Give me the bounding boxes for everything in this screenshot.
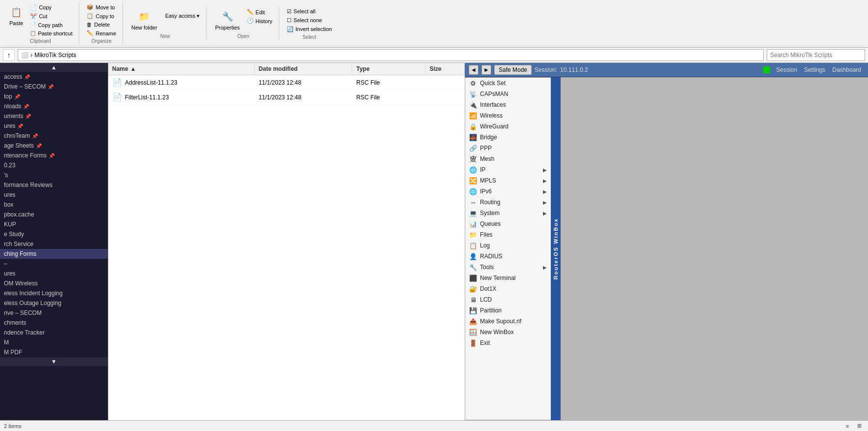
paste-shortcut-button[interactable]: 📋 Paste shortcut: [28, 30, 75, 37]
list-view-button[interactable]: ≡: [842, 422, 852, 430]
menu-item-dot1x[interactable]: 🔐 Dot1X: [465, 283, 551, 294]
sidebar-item-s[interactable]: 's: [0, 170, 108, 180]
copy-to-button[interactable]: 📋 Copy to: [84, 12, 119, 20]
menu-item-ppp[interactable]: 🔗 PPP: [465, 143, 551, 154]
menu-item-capsman[interactable]: 📡 CAPsMAN: [465, 89, 551, 99]
sidebar-item-access[interactable]: access 📌: [0, 72, 108, 82]
menu-item-exit[interactable]: 🚪 Exit: [465, 338, 551, 348]
menu-item-mesh[interactable]: 🕸 Mesh: [465, 154, 551, 164]
edit-button[interactable]: ✏️ Edit: [244, 8, 275, 16]
menu-item-new-terminal[interactable]: ⬛ New Terminal: [465, 273, 551, 283]
tab-dashboard[interactable]: Dashboard: [829, 66, 864, 74]
sidebar-item-features2[interactable]: ures: [0, 269, 108, 278]
paste-button[interactable]: 📋 Paste: [6, 3, 27, 28]
safe-mode-button[interactable]: Safe Mode: [494, 65, 532, 75]
col-header-size[interactable]: Size: [425, 64, 465, 73]
sidebar-item-page-sheets[interactable]: age Sheets 📌: [0, 141, 108, 151]
col-header-date[interactable]: Date modified: [255, 64, 353, 73]
sidebar-item-performance-reviews[interactable]: formance Reviews: [0, 180, 108, 190]
copy-path-button[interactable]: 📄 Copy path: [28, 21, 75, 29]
sidebar-item-desktop[interactable]: top 📌: [0, 92, 108, 101]
sidebar-scroll-down[interactable]: ▼: [0, 357, 108, 366]
detail-view-button[interactable]: ⊞: [854, 422, 864, 430]
sidebar-scroll-up[interactable]: ▲: [0, 63, 108, 72]
sidebar-item-coaching-forms[interactable]: ching Forms: [0, 249, 108, 259]
statusbar: 2 items ≡ ⊞: [0, 420, 868, 431]
submenu-arrow-icon: ▶: [543, 167, 547, 173]
history-button[interactable]: 🕐 History: [244, 17, 275, 25]
table-row[interactable]: 📄 FilterList-11.1.23 11/1/2023 12:48 RSC…: [108, 90, 465, 105]
winbox-container: ◄ ► Safe Mode Session: 10.111.0.2 Sessio…: [465, 63, 868, 420]
menu-item-bridge[interactable]: 🌉 Bridge: [465, 132, 551, 143]
sidebar-item-research-service[interactable]: rch Service: [0, 239, 108, 249]
menu-item-wireguard[interactable]: 🔒 WireGuard: [465, 121, 551, 132]
sidebar-item-label: rch Service: [4, 241, 33, 247]
sidebar-item-pdf[interactable]: M PDF: [0, 347, 108, 357]
easy-access-button[interactable]: Easy access ▾: [163, 12, 203, 20]
menu-item-routing[interactable]: ↔ Routing ▶: [465, 197, 551, 208]
sidebar-item-case-study[interactable]: e Study: [0, 229, 108, 239]
menu-item-ip[interactable]: 🌐 IP ▶: [465, 164, 551, 175]
sidebar-item-inbox[interactable]: box: [0, 200, 108, 210]
select-all-button[interactable]: ☑ Select all: [284, 7, 334, 16]
new-folder-button[interactable]: 📁 New folder: [128, 8, 161, 32]
rename-button[interactable]: ✏️ Rename: [84, 29, 119, 37]
sidebar-item-label: box: [4, 201, 13, 208]
sidebar-item-drive-secom2[interactable]: rive – SECOM: [0, 308, 108, 318]
ribbon-group-clipboard: 📋 Paste 📄 Copy ✂️ Cut 📄 Copy path: [2, 2, 79, 45]
sidebar-item-drive-secom[interactable]: Drive – SECOM 📌: [0, 82, 108, 92]
tab-session[interactable]: Session: [773, 66, 800, 74]
sidebar-item-023[interactable]: 0.23: [0, 160, 108, 170]
menu-item-lcd[interactable]: 🖥 LCD: [465, 294, 551, 305]
properties-button[interactable]: 🔧 Properties: [211, 8, 243, 32]
menu-item-interfaces[interactable]: 🔌 Interfaces: [465, 99, 551, 110]
sidebar-item-label: ures: [4, 191, 15, 198]
back-button[interactable]: ◄: [469, 65, 479, 75]
search-input[interactable]: [767, 49, 865, 61]
menu-item-quick-set[interactable]: ⚙ Quick Set: [465, 78, 551, 89]
sidebar-item-inbox-cache[interactable]: pbox.cache: [0, 210, 108, 219]
ribbon-group-organize: 📦 Move to 📋 Copy to 🗑 Delete ✏️ Rename O…: [80, 2, 123, 45]
sidebar-item-features[interactable]: ures: [0, 190, 108, 200]
sidebar-item-dependence-tracker[interactable]: ndence Tracker: [0, 328, 108, 338]
sidebar-item-attachments[interactable]: chments: [0, 318, 108, 328]
sidebar-item-m[interactable]: M: [0, 338, 108, 347]
delete-button[interactable]: 🗑 Delete: [84, 21, 119, 29]
sidebar-item-backup[interactable]: KUP: [0, 219, 108, 229]
sidebar-item-com-wireless[interactable]: OM Wireless: [0, 278, 108, 288]
menu-item-tools[interactable]: 🔧 Tools ▶: [465, 262, 551, 273]
copy-button[interactable]: 📄 Copy: [28, 3, 75, 12]
sidebar-item-wireless-outage[interactable]: eless Outage Logging: [0, 298, 108, 308]
menu-item-mpls[interactable]: 🔀 MPLS ▶: [465, 175, 551, 186]
menu-item-new-winbox[interactable]: 🪟 New WinBox: [465, 327, 551, 338]
ribbon-group-open: 🔧 Properties ✏️ Edit 🕐 History Open: [208, 7, 279, 40]
sidebar-item-documents[interactable]: uments 📌: [0, 111, 108, 121]
sidebar-item-pictures[interactable]: ures 📌: [0, 121, 108, 131]
sidebar-item-label: age Sheets: [4, 142, 34, 149]
nav-up-button[interactable]: ↑: [3, 49, 15, 61]
menu-item-partition[interactable]: 💾 Partition: [465, 305, 551, 316]
sidebar-item-downloads[interactable]: nloads 📌: [0, 101, 108, 111]
move-to-button[interactable]: 📦 Move to: [84, 3, 119, 11]
menu-item-files[interactable]: 📁 Files: [465, 229, 551, 240]
address-path[interactable]: ⬜ › MikroTik Scripts: [18, 49, 764, 61]
col-header-type[interactable]: Type: [352, 64, 425, 73]
col-header-name[interactable]: Name ▲: [108, 64, 255, 73]
cut-button[interactable]: ✂️ Cut: [28, 12, 75, 21]
menu-item-queues[interactable]: 📊 Queues: [465, 218, 551, 229]
invert-selection-button[interactable]: 🔄 Invert selection: [284, 25, 334, 33]
sidebar-item-wireless-incident[interactable]: eless Incident Logging: [0, 288, 108, 298]
select-none-button[interactable]: ☐ Select none: [284, 16, 334, 25]
table-row[interactable]: 📄 AddressList-11.1.23 11/1/2023 12:48 RS…: [108, 75, 465, 90]
forward-button[interactable]: ►: [481, 65, 491, 75]
sidebar-item-maintenance-forms[interactable]: ntenance Forms 📌: [0, 151, 108, 160]
menu-item-radius[interactable]: 👤 RADIUS: [465, 251, 551, 262]
menu-item-ipv6[interactable]: 🌐 IPv6 ▶: [465, 186, 551, 197]
menu-item-system[interactable]: 💻 System ▶: [465, 208, 551, 218]
sidebar-item-microteam[interactable]: chroTeam 📌: [0, 131, 108, 141]
sidebar-item-dash[interactable]: –: [0, 259, 108, 269]
menu-item-wireless[interactable]: 📶 Wireless: [465, 110, 551, 121]
menu-item-log[interactable]: 📋 Log: [465, 240, 551, 251]
tab-settings[interactable]: Settings: [801, 66, 828, 74]
menu-item-make-supout[interactable]: 📤 Make Supout.rif: [465, 316, 551, 327]
